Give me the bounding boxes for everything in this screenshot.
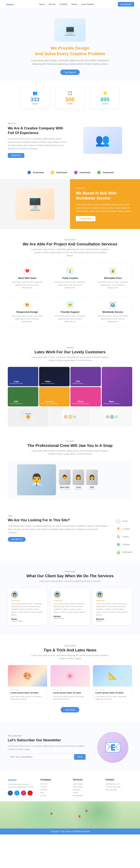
team-icon-4: ⚙️ Settings: [116, 542, 132, 547]
newsletter-emoji: 📧: [104, 739, 121, 755]
blog-card-3[interactable]: 📐 Dec 12, 2021 Lorem ipsum dolor sit ame…: [93, 665, 132, 703]
blog-cta-button[interactable]: Get It Now: [61, 707, 79, 712]
portfolio-item-more[interactable]: More Another Project Design: [102, 367, 132, 406]
facebook-icon[interactable]: f: [8, 790, 13, 796]
search-label: Search: [123, 536, 129, 538]
bali-left: 🖥️: [0, 179, 70, 229]
brand-item-3: 🟣 Inspirepad: [73, 170, 90, 175]
team-main-emoji: 👨‍💼: [29, 473, 44, 487]
footer-link-item[interactable]: Portfolio: [41, 789, 67, 791]
team-details-description: Lorem ipsum dolor sit amet, consectetur …: [8, 524, 108, 534]
settings-icon: ⚙️: [116, 542, 121, 547]
team-icons: ✉️ Email 📍 Location 🔍 Search ⚙️ Settings…: [116, 515, 132, 555]
team-details-title: We Are You Looking For In This Site?: [8, 518, 108, 522]
team-name-3: Rella: [86, 486, 98, 488]
portfolio-thumb-1[interactable]: [8, 407, 49, 427]
footer-col-company: Company About Us Services Portfolio Blog…: [41, 778, 67, 798]
footer-link-item[interactable]: Logo Design: [73, 783, 100, 785]
email-icon: ✉️: [116, 519, 121, 524]
bell-icon: 🔔: [116, 550, 121, 555]
nav-cta-button[interactable]: Get Started: [118, 2, 134, 7]
portfolio-thumb-3[interactable]: [91, 407, 132, 427]
portfolio-item-photo[interactable]: Photo Showcasing Typograpfy: [70, 387, 101, 406]
footer-link-item[interactable]: Branding: [73, 789, 100, 791]
service-title-2: Think Creative: [54, 277, 86, 280]
service-desc-1: Lorem ipsum dolor sit amet, consectetur …: [11, 281, 43, 289]
portfolio-grid: Logo Branding & Identity Video Motion & …: [8, 367, 132, 406]
blog-post-title-2: Lorem ipsum dolor sit amet: [53, 691, 87, 694]
nav-portfolio[interactable]: Portfolio: [60, 3, 68, 5]
brands-prev-arrow[interactable]: ‹: [20, 171, 21, 174]
map-pin-1: 📍: [49, 812, 54, 817]
team-next-arrow[interactable]: ›: [123, 477, 128, 483]
map-pin-3: 📍: [84, 809, 89, 814]
portfolio-item-cms[interactable]: CMS Site Development: [8, 387, 38, 406]
footer-link-item[interactable]: About Us: [41, 783, 67, 785]
team-details-cta-button[interactable]: Join With Us: [8, 537, 26, 542]
about-emoji: 👥: [95, 133, 110, 147]
footer-link-item[interactable]: Blog: [41, 792, 67, 794]
portfolio-title: Lates Work For Our Lovely Customers: [8, 350, 132, 354]
team-avatar-1: 👨: [59, 469, 71, 485]
portfolio-tag: Portfolio: [8, 346, 132, 349]
footer-description: Lorem ipsum dolor sit amet consectetur a…: [8, 783, 34, 788]
bali-description: Lorem ipsum dolor sit amet, consectetur …: [76, 203, 134, 213]
port-sub-more: Another Project Design: [103, 403, 120, 404]
nav-case-studies[interactable]: Case Studies: [81, 3, 94, 5]
bulb-icon: 💡: [66, 267, 74, 275]
about-title: We Are A Creative Company With Full Of E…: [8, 126, 67, 135]
port-sub-video: Motion & Animation: [41, 382, 54, 384]
testimonial-role-2: Web Developer: [54, 618, 87, 619]
scores-number: 895: [96, 96, 114, 103]
footer-link-item[interactable]: Services: [41, 786, 67, 788]
money-icon: 💰: [109, 267, 117, 275]
brand-name-4: Inspirepad: [103, 171, 114, 174]
team-icon-5: 🔔 Notification: [116, 550, 132, 555]
team-prev-arrow[interactable]: ‹: [11, 477, 17, 483]
portfolio-thumb-2[interactable]: [50, 407, 91, 427]
blog-card-2[interactable]: 🌸 Dec 12, 2021 Lorem ipsum dolor sit ame…: [50, 665, 90, 703]
footer-link-item[interactable]: Photography: [73, 795, 100, 797]
brand-logo-2: 🟡: [50, 170, 55, 175]
brands-next-arrow[interactable]: ›: [119, 171, 120, 174]
nav-home[interactable]: Home: [39, 3, 45, 5]
youtube-icon[interactable]: y: [28, 790, 33, 796]
newsletter-email-input[interactable]: [8, 754, 72, 760]
testimonial-avatar-3: 👩: [96, 591, 103, 598]
footer-top: Jameo. Lorem ipsum dolor sit amet consec…: [0, 773, 140, 801]
services-tag: Our Services: [8, 239, 132, 241]
testimonials-tag: Testimonials: [8, 570, 132, 572]
portfolio-item-video[interactable]: Video Motion & Animation: [39, 367, 70, 386]
team-main-image: 👨‍💼: [17, 464, 56, 495]
newsletter-submit-button[interactable]: Send: [74, 754, 86, 760]
hero-description: Lorem ipsum dolor sit amet, consectetur …: [31, 59, 109, 66]
portfolio-item-logo[interactable]: Logo Branding & Identity: [8, 367, 38, 386]
portfolio-item-css[interactable]: CSS Website Design: [70, 367, 101, 386]
nav-service[interactable]: Service: [49, 3, 56, 5]
nav-works[interactable]: Works: [71, 3, 77, 5]
hero-section: 💻 We Provide Design And Solve Every Crea…: [0, 9, 140, 81]
port-label-logo: Logo: [10, 380, 23, 382]
team-details-tag: Team: [8, 515, 108, 517]
portfolio-item-branding[interactable]: Branding Showcasing Typograpfy: [39, 387, 70, 406]
brand-logo-4: 🟢: [96, 170, 102, 175]
footer-link-item[interactable]: Web Design: [73, 786, 100, 788]
instagram-icon[interactable]: i: [21, 790, 26, 796]
nav-logo: Jameo.: [6, 3, 15, 6]
team-avatar-2: 👩: [72, 469, 84, 485]
blog-card-1[interactable]: 🎨 Dec 12, 2021 Lorem ipsum dolor sit ame…: [8, 665, 47, 703]
footer-link-item[interactable]: Motion: [73, 792, 100, 794]
about-tag: About Us: [8, 122, 67, 125]
team-slider: ‹ 👨‍💼 👨 Wam Kadar UI/UX Designer 👩 Aryan…: [8, 460, 132, 499]
blog-subtitle: Lorem ipsum dolor sit amet, consectetur …: [31, 654, 109, 660]
footer-link-item[interactable]: Contact: [41, 795, 67, 797]
stat-scores: ⭐ 895 Scores: [90, 87, 120, 109]
about-cta-button[interactable]: Read More: [8, 153, 24, 158]
footer-contact-phone: +62 812 3456 7890: [106, 786, 133, 788]
bali-cta-button[interactable]: Contact Now: [76, 216, 95, 221]
about-figure: 👥: [83, 127, 122, 154]
hero-cta-button[interactable]: Get Started: [60, 69, 80, 75]
twitter-icon[interactable]: t: [15, 790, 19, 796]
footer-col-services: Services Logo Design Web Design Branding…: [73, 778, 100, 798]
email-label: Email: [123, 520, 127, 522]
